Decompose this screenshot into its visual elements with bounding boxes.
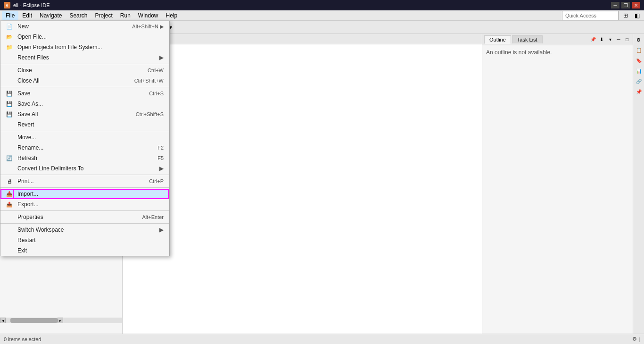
outline-minimize[interactable]: ─	[615, 36, 622, 43]
outline-message: An outline is not available.	[486, 49, 552, 56]
far-right-btn-2[interactable]: 📋	[634, 45, 644, 55]
exit-icon	[5, 246, 14, 255]
rename-shortcut: F2	[157, 145, 164, 151]
file-menu-dropdown: 📄 New Alt+Shift+N ▶ 📂 Open File... 📁 Ope…	[0, 21, 170, 256]
menu-item-close-all[interactable]: Close All Ctrl+Shift+W	[0, 76, 169, 86]
menu-item-new[interactable]: 📄 New Alt+Shift+N ▶	[0, 21, 169, 32]
separator-2	[0, 87, 169, 87]
rename-icon	[5, 143, 14, 152]
print-icon: 🖨	[5, 177, 14, 185]
convert-arrow: ▶	[159, 165, 164, 172]
move-label: Move...	[17, 134, 36, 141]
open-projects-icon: 📁	[5, 43, 14, 51]
menu-item-save-as[interactable]: 💾 Save As...	[0, 99, 169, 109]
far-right-bar: ⚙ 📋 🔖 📊 🔗 📌	[633, 34, 644, 334]
open-file-icon: 📂	[5, 33, 14, 41]
revert-label: Revert	[17, 121, 34, 128]
scrollbar-area[interactable]: ◂ ▸	[0, 318, 122, 323]
view-button[interactable]: ◧	[632, 10, 642, 21]
menu-item-rename[interactable]: Rename... F2	[0, 143, 169, 153]
menu-window[interactable]: Window	[134, 11, 162, 20]
menu-project[interactable]: Project	[91, 11, 116, 20]
tab-outline[interactable]: Outline	[484, 35, 511, 44]
refresh-icon: 🔄	[5, 154, 14, 162]
menu-item-revert[interactable]: Revert	[0, 119, 169, 130]
menu-item-open-projects[interactable]: 📁 Open Projects from File System...	[0, 42, 169, 52]
print-label: Print...	[17, 178, 34, 185]
outline-content: An outline is not available.	[482, 45, 633, 334]
scroll-right[interactable]: ▸	[58, 318, 63, 323]
menu-search[interactable]: Search	[66, 11, 91, 20]
menu-item-import[interactable]: 📥 Import...	[0, 189, 169, 199]
outline-sort[interactable]: ⬇	[598, 36, 605, 43]
menu-file[interactable]: File	[2, 11, 18, 20]
cursor-line	[13, 190, 14, 198]
status-bar: 0 items selected ⚙ |	[0, 334, 644, 344]
quick-access-box[interactable]: Quick Access	[562, 11, 619, 20]
save-all-shortcut: Ctrl+Shift+S	[136, 111, 164, 117]
menu-item-convert[interactable]: Convert Line Delimiters To ▶	[0, 163, 169, 174]
outline-menu[interactable]: ▾	[606, 36, 614, 43]
refresh-shortcut: F5	[157, 155, 164, 161]
status-right: ⚙ |	[632, 336, 640, 342]
open-projects-label: Open Projects from File System...	[17, 44, 102, 50]
recent-files-icon	[5, 53, 14, 62]
menu-item-switch-workspace[interactable]: Switch Workspace ▶	[0, 225, 169, 235]
status-message: 0 items selected	[4, 336, 41, 342]
switch-workspace-icon	[5, 226, 14, 234]
properties-label: Properties	[17, 214, 43, 220]
restore-button[interactable]: ❐	[621, 2, 630, 8]
recent-files-arrow: ▶	[159, 54, 164, 61]
far-right-btn-5[interactable]: 🔗	[634, 76, 644, 86]
menu-item-open-file[interactable]: 📂 Open File...	[0, 32, 169, 42]
close-button[interactable]: ✕	[632, 2, 640, 8]
switch-workspace-label: Switch Workspace	[17, 227, 64, 233]
menu-item-move[interactable]: Move...	[0, 132, 169, 143]
convert-label: Convert Line Delimiters To	[17, 165, 84, 172]
menu-item-print[interactable]: 🖨 Print... Ctrl+P	[0, 176, 169, 186]
far-right-btn-3[interactable]: 🔖	[634, 56, 644, 65]
scrollbar-thumb[interactable]	[10, 318, 58, 323]
menu-item-save-all[interactable]: 💾 Save All Ctrl+Shift+S	[0, 109, 169, 119]
close-all-label: Close All	[17, 77, 40, 84]
switch-workspace-arrow: ▶	[159, 227, 164, 233]
menu-item-restart[interactable]: Restart	[0, 235, 169, 245]
window-title: eli - Eclipse IDE	[13, 2, 50, 8]
title-bar: e eli - Eclipse IDE ─ ❐ ✕	[0, 0, 644, 10]
outline-maximize[interactable]: □	[623, 36, 631, 43]
far-right-btn-1[interactable]: ⚙	[634, 35, 644, 44]
separator-5	[0, 187, 169, 188]
close-shortcut: Ctrl+W	[148, 67, 164, 73]
separator-7	[0, 223, 169, 224]
new-shortcut: Alt+Shift+N ▶	[132, 24, 164, 30]
menu-navigate[interactable]: Navigate	[36, 11, 66, 20]
close-icon	[5, 66, 14, 75]
minimize-button[interactable]: ─	[611, 2, 619, 8]
far-right-btn-4[interactable]: 📊	[634, 66, 644, 76]
perspectives-button[interactable]: ⊞	[620, 10, 631, 21]
revert-icon	[5, 120, 14, 129]
tab-task-list[interactable]: Task List	[512, 35, 543, 43]
menu-run[interactable]: Run	[116, 11, 134, 20]
menu-item-properties[interactable]: Properties Alt+Enter	[0, 212, 169, 222]
save-icon: 💾	[5, 89, 14, 98]
menu-edit[interactable]: Edit	[18, 11, 36, 20]
menu-item-save[interactable]: 💾 Save Ctrl+S	[0, 88, 169, 99]
close-all-shortcut: Ctrl+Shift+W	[134, 78, 164, 84]
export-label: Export...	[17, 201, 39, 208]
title-bar-left: e eli - Eclipse IDE	[4, 2, 50, 8]
far-right-btn-6[interactable]: 📌	[634, 87, 644, 96]
menu-item-close[interactable]: Close Ctrl+W	[0, 65, 169, 76]
menu-help[interactable]: Help	[162, 11, 182, 20]
close-all-icon	[5, 76, 14, 85]
menu-item-recent-files[interactable]: Recent Files ▶	[0, 52, 169, 63]
restart-label: Restart	[17, 237, 36, 243]
print-shortcut: Ctrl+P	[149, 178, 164, 184]
properties-shortcut: Alt+Enter	[142, 214, 164, 220]
menu-item-export[interactable]: 📤 Export...	[0, 199, 169, 210]
menu-item-exit[interactable]: Exit	[0, 245, 169, 256]
scroll-left[interactable]: ◂	[0, 318, 6, 323]
save-shortcut: Ctrl+S	[149, 91, 164, 96]
outline-pin[interactable]: 📌	[589, 36, 597, 43]
menu-item-refresh[interactable]: 🔄 Refresh F5	[0, 153, 169, 163]
